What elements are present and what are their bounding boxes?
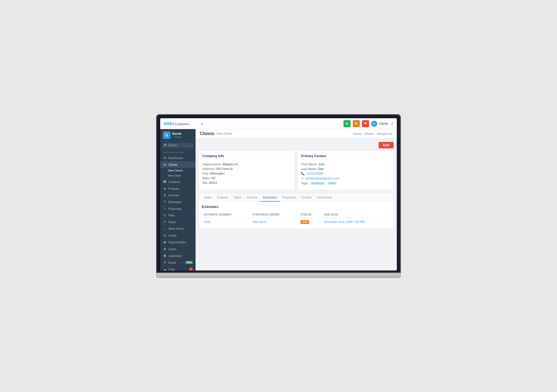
search-input[interactable] (168, 144, 192, 147)
estimates-table: Estimate Number Purchase Order Status Du… (202, 211, 391, 226)
logo-systems-part: Systems. (178, 122, 190, 126)
sidebar-subitem-new-client[interactable]: New Client (160, 173, 196, 178)
grid-icon: ⊞ (345, 122, 348, 126)
chevron-icon: ‹ (192, 187, 193, 190)
tab-proposals[interactable]: Proposals (280, 194, 299, 202)
tab-invoices[interactable]: Invoices (244, 194, 260, 202)
table-row: 1000 Web Work draft (202, 218, 391, 226)
invoices-icon: $ (163, 194, 167, 197)
clients-icon: ◎ (163, 163, 167, 166)
sidebar-item-label: Estimates (168, 200, 190, 204)
sidebar-item-proposals[interactable]: ☆ Proposals ‹ (160, 205, 196, 212)
sidebar-item-label: Notes (168, 220, 190, 224)
chevron-icon: ‹ (192, 163, 193, 166)
zip-value: 28412 (209, 181, 217, 184)
flag-icon-btn[interactable]: ⚑ (362, 120, 369, 127)
address-row: Address: 555 Front St (202, 167, 291, 170)
tags-row: Tags: Healthcare Retail (301, 182, 390, 185)
tab-tasks[interactable]: Tasks (231, 194, 244, 202)
sidebar-item-contacts[interactable]: ☎ Contacts ‹ (160, 178, 196, 185)
first-name-row: First Name: John (301, 163, 390, 166)
sidebar-item-notes[interactable]: ✏ Notes ‹ (160, 219, 196, 225)
sidebar-item-label: Calendars (168, 254, 190, 257)
sidebar-item-estimates[interactable]: ✎ Estimates ‹ (160, 198, 196, 205)
estimate-number-link[interactable]: 1000 (204, 220, 211, 223)
share-icon[interactable]: ⇗ (390, 122, 394, 126)
sidebar-item-email[interactable]: ✉ Email NEW (160, 259, 196, 266)
hamburger-icon[interactable]: ≡ (201, 122, 203, 126)
chevron-icon: ‹ (192, 194, 193, 197)
city-row: City: Wilmington (202, 172, 291, 175)
logo: SWELLSystems. (163, 121, 199, 126)
files-icon: ⎗ (163, 214, 167, 217)
zip-label: Zip: (202, 181, 208, 184)
state-label: State: (202, 176, 211, 180)
chevron-icon: ‹ (192, 227, 193, 230)
laptop-base (156, 273, 401, 278)
purchase-order-link[interactable]: Web Work (253, 220, 267, 223)
breadcrumb-clients[interactable]: Clients (364, 132, 374, 135)
opportunities-icon: ◉ (163, 240, 167, 244)
tag-retail: Retail (327, 182, 337, 185)
primary-contact-panel: Primary Contact First Name: John Last Na… (298, 151, 394, 190)
search-icon: 🔍 (164, 144, 167, 147)
sidebar-item-label: Proposals (168, 207, 190, 210)
sidebar-item-workroom[interactable]: ⌂ Work Room ‹ (160, 225, 196, 232)
due-date-cell: December 31st, 1969 7:00 PM (322, 218, 391, 226)
projects-icon: ◈ (163, 187, 167, 190)
tab-estimates[interactable]: Estimates (260, 194, 280, 202)
sidebar-item-label: Work Room (168, 227, 190, 230)
users-icon: ♟ (163, 247, 167, 251)
notification-icon-btn[interactable]: 🔔 (353, 120, 360, 127)
sidebar-item-chat[interactable]: ☁ Chat 3 (160, 266, 196, 270)
purchase-order-cell: Web Work (250, 218, 298, 226)
screen-inner: SWELLSystems. ≡ ⊞ 🔔 ⚑ (160, 118, 397, 270)
sidebar-item-files[interactable]: ⎗ Files ‹ (160, 212, 196, 219)
city-value: Wilmington (210, 172, 225, 175)
breadcrumb-home[interactable]: Home (353, 132, 361, 135)
proposals-icon: ☆ (163, 207, 167, 210)
page-header: Clients View Client Home › Clients › Wid… (196, 129, 397, 139)
phone-row: 📞 9191234556 (301, 172, 390, 175)
tab-documents[interactable]: Documents (314, 194, 335, 202)
org-value: Widgets Inc (222, 163, 238, 166)
sidebar-item-projects[interactable]: ◈ Projects ‹ (160, 185, 196, 192)
edit-button[interactable]: Edit (379, 142, 394, 148)
dashboard-icon: ⊞ (163, 156, 167, 160)
grid-icon-btn[interactable]: ⊞ (344, 120, 351, 127)
last-name-value: Doe (318, 167, 323, 170)
sidebar-item-leads[interactable]: ◎ Leads ‹ (160, 232, 196, 239)
tag-healthcare: Healthcare (310, 182, 326, 185)
sidebar-item-label: Email (168, 261, 184, 264)
tab-projects[interactable]: Projects (215, 194, 231, 202)
sidebar-item-users[interactable]: ♟ Users ‹ (160, 245, 196, 252)
table-section: Estimates Estimate Number Purchase Order… (199, 202, 393, 229)
table-header-row: Estimate Number Purchase Order Status Du… (202, 211, 391, 218)
tab-custom[interactable]: Custom (299, 194, 314, 202)
sidebar-subitem-view-clients[interactable]: View Clients (160, 168, 196, 173)
chevron-icon: ‹ (192, 254, 193, 257)
sidebar-item-invoices[interactable]: $ Invoices ‹ (160, 192, 196, 198)
sidebar-user-section: D Derek Online (160, 129, 196, 141)
tabs-area: Notes Projects Tasks Invoices Estimates … (199, 193, 394, 229)
user-avatar-nav[interactable]: D (371, 121, 377, 127)
info-panels: Company Info Organization: Widgets Inc A… (199, 151, 394, 190)
sidebar-item-calendars[interactable]: ▦ Calendars ‹ (160, 252, 196, 259)
status-cell: draft (298, 218, 322, 226)
top-nav-right: ⊞ 🔔 ⚑ D Derek ⇗ (344, 120, 394, 127)
email-value[interactable]: johndoe@widgetsinc.com (305, 177, 340, 180)
search-input-wrap: 🔍 (162, 143, 193, 148)
chevron-icon: ‹ (192, 201, 193, 203)
estimates-icon: ✎ (163, 200, 167, 204)
zip-row: Zip: 28412 (202, 181, 291, 184)
sidebar-item-label: Clients (168, 163, 190, 166)
tab-notes[interactable]: Notes (201, 194, 215, 202)
leads-icon: ◎ (163, 234, 167, 237)
sidebar-item-opportunities[interactable]: ◉ Opportunities ‹ (160, 239, 196, 245)
sidebar-item-dashboard[interactable]: ⊞ Dashboard (160, 154, 196, 161)
breadcrumb-current: Widgets Inc (377, 132, 392, 135)
sidebar-item-clients[interactable]: ◎ Clients ‹ (160, 161, 196, 168)
phone-value[interactable]: 9191234556 (307, 172, 323, 175)
first-name-label: First Name: (301, 163, 318, 166)
breadcrumb-sep-2: › (375, 132, 376, 135)
